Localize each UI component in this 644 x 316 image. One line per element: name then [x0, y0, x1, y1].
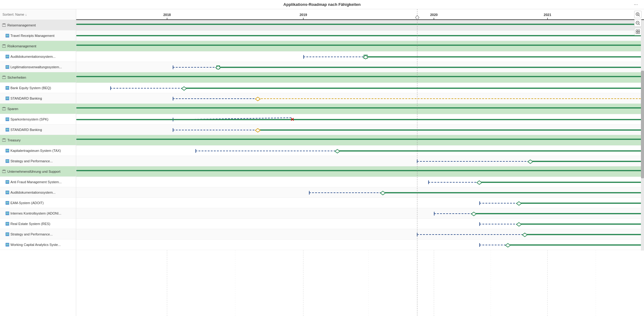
svg-rect-83 [76, 45, 644, 46]
main-content: Sortiert: Name ↓ Reisemanagement Travel … [0, 9, 644, 316]
group-icon-risikomanagement [2, 44, 6, 48]
label-strategy-treasury: Strategy and Performance... [10, 159, 53, 163]
zoom-out-button[interactable] [634, 19, 642, 27]
svg-rect-107 [258, 129, 644, 131]
row-antifraud[interactable]: Anti Fraud Management System... [0, 177, 76, 187]
row-eam[interactable]: EAM-System (ADOIT) [0, 198, 76, 208]
svg-rect-98 [184, 88, 644, 89]
row-working-capital[interactable]: Working Capital Analytics Syste... [0, 239, 76, 250]
page-title: Applikations-Roadmap nach Fähigkeiten [283, 2, 360, 7]
svg-rect-45 [76, 104, 644, 114]
svg-rect-113 [530, 161, 644, 162]
label-auditdok2: Auditdokumentationssystem... [10, 191, 56, 194]
label-res: Real Estate System (RES) [10, 222, 50, 226]
row-std-banking-sparen[interactable]: STANDARD Banking [0, 124, 76, 135]
scrollbar-thumb[interactable] [641, 71, 644, 178]
row-strategy-treasury[interactable]: Strategy and Performance... [0, 156, 76, 166]
menu-dots[interactable]: ··· [634, 2, 638, 7]
year-2021: 2021 [544, 13, 551, 17]
svg-rect-131 [525, 234, 644, 235]
label-working-capital: Working Capital Analytics Syste... [10, 243, 61, 247]
label-auditdok1: Auditdokumentationssystem... [10, 55, 56, 58]
app-container: Applikations-Roadmap nach Fähigkeiten ··… [0, 0, 644, 316]
group-treasury[interactable]: Treasury [0, 135, 76, 145]
row-auditdok1[interactable]: Auditdokumentationssystem... [0, 51, 76, 62]
group-icon-sparen [2, 107, 6, 111]
sub-icon-auditdok2 [6, 191, 9, 194]
row-strategy-unternehmen[interactable]: Strategy and Performance... [0, 229, 76, 239]
sub-icon-strategy-unternehmen [6, 232, 9, 236]
group-icon-unternehmen [2, 169, 6, 174]
sub-icon-std-banking-sparen [6, 128, 9, 132]
svg-rect-23 [76, 9, 644, 20]
sub-icon-antifraud [6, 180, 9, 184]
svg-rect-87 [76, 170, 644, 171]
year-2020: 2020 [430, 13, 438, 17]
group-unternehmen[interactable]: Unternehmensführung und Support [0, 166, 76, 177]
year-2018: 2018 [163, 13, 171, 17]
group-label-reisemanagement: Reisemanagement [7, 23, 36, 27]
svg-rect-39 [76, 41, 644, 51]
left-panel: Sortiert: Name ↓ Reisemanagement Travel … [0, 9, 76, 316]
label-beq: Bank Equity System (BEQ) [10, 86, 51, 90]
svg-rect-119 [383, 192, 644, 193]
sub-icon-beq [6, 86, 9, 90]
svg-rect-19 [636, 30, 638, 31]
group-label-treasury: Treasury [7, 138, 21, 142]
svg-rect-42 [76, 72, 644, 83]
row-res[interactable]: Real Estate System (RES) [0, 219, 76, 229]
sub-icon-working-capital [6, 243, 9, 247]
svg-rect-125 [474, 213, 644, 214]
sub-icon-receipts [6, 34, 9, 38]
group-risikomanagement[interactable]: Risikomanagement [0, 41, 76, 51]
group-sparen[interactable]: Sparen [0, 104, 76, 114]
group-reisemanagement[interactable]: Reisemanagement [0, 20, 76, 30]
label-tax: Kapitalertragsteuer-System (TAX) [10, 149, 61, 152]
label-antifraud: Anti Fraud Management System... [10, 180, 62, 184]
gantt-chart: 2018 2019 2020 2021 [76, 9, 644, 316]
svg-line-17 [639, 24, 640, 25]
layout-button[interactable] [634, 28, 642, 35]
label-spk: Sparkontensystem (SPK) [10, 117, 49, 121]
svg-rect-116 [479, 182, 644, 183]
label-legit: Legitimationsverwaltungssystem... [10, 65, 62, 69]
svg-rect-122 [519, 203, 644, 204]
label-std-banking-sicherheiten: STANDARD Banking [10, 97, 42, 100]
svg-rect-21 [636, 32, 638, 34]
svg-rect-20 [638, 30, 640, 31]
row-auditdok2[interactable]: Auditdokumentationssystem... [0, 187, 76, 198]
row-spk[interactable]: Sparkontensystem (SPK) [0, 114, 76, 124]
label-eam: EAM-System (ADOIT) [10, 201, 44, 205]
group-icon-treasury [2, 138, 6, 142]
row-std-banking-sicherheiten[interactable]: STANDARD Banking [0, 93, 76, 104]
svg-rect-51 [76, 166, 644, 177]
sub-icon-spk [6, 117, 9, 121]
row-beq[interactable]: Bank Equity System (BEQ) [0, 83, 76, 93]
label-std-banking-sparen: STANDARD Banking [10, 128, 42, 132]
group-sicherheiten[interactable]: Sicherheiten [0, 72, 76, 83]
row-receipts[interactable]: Travel Receipts Management [0, 30, 76, 41]
row-ikontroll[interactable]: Internes Kontrollsystem (ADONI... [0, 208, 76, 219]
row-tax[interactable]: Kapitalertragsteuer-System (TAX) [0, 145, 76, 156]
sub-icon-ikontroll [6, 211, 9, 215]
svg-rect-22 [638, 32, 640, 34]
svg-rect-48 [76, 135, 644, 145]
svg-rect-84 [76, 76, 644, 77]
sub-icon-eam [6, 201, 9, 205]
rows-panel: Reisemanagement Travel Receipts Manageme… [0, 20, 76, 316]
row-legit[interactable]: Legitimationsverwaltungssystem... [0, 62, 76, 72]
sort-bar: Sortiert: Name ↓ [0, 9, 76, 20]
svg-rect-86 [76, 139, 644, 140]
title-bar: Applikations-Roadmap nach Fähigkeiten ··… [0, 0, 644, 9]
svg-rect-82 [76, 35, 644, 36]
svg-line-13 [639, 15, 640, 16]
zoom-in-button[interactable] [634, 11, 642, 18]
sub-icon-strategy-treasury [6, 159, 9, 163]
label-receipts: Travel Receipts Management [10, 34, 54, 38]
chart-toolbar [634, 11, 642, 35]
group-label-sicherheiten: Sicherheiten [7, 76, 26, 79]
svg-rect-37 [76, 20, 644, 30]
group-label-risikomanagement: Risikomanagement [7, 44, 36, 48]
year-2019: 2019 [300, 13, 307, 17]
sub-icon-res [6, 222, 9, 226]
